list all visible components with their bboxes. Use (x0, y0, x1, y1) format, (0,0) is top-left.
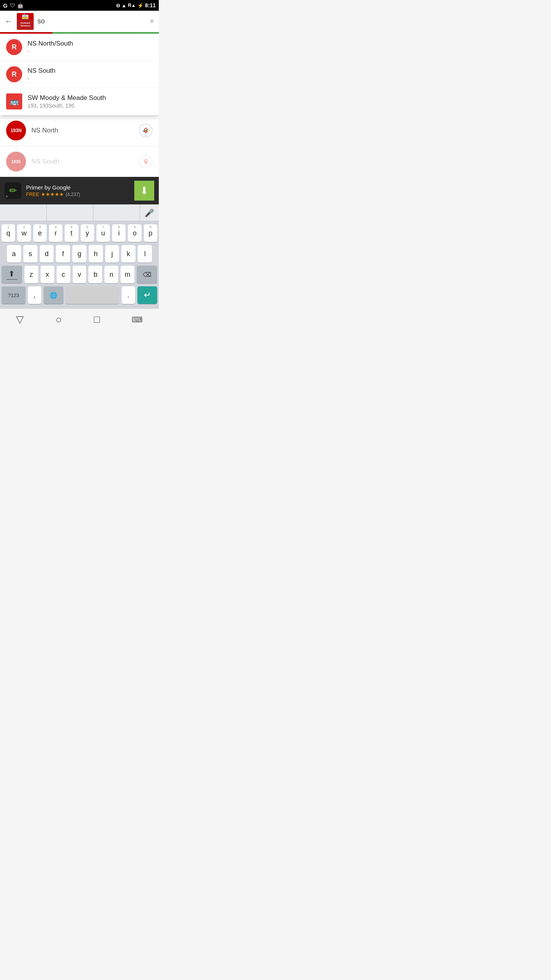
ad-stars: ★★★★★ (41, 191, 64, 197)
suggestion-2[interactable] (47, 204, 93, 221)
google-icon: G (3, 2, 8, 9)
svg-point-1 (145, 129, 147, 131)
svg-point-3 (145, 160, 147, 162)
autocomplete-text-group-1: NS North/South - (28, 40, 73, 54)
key-q[interactable]: 1q (2, 224, 15, 242)
status-left-icons: G 🛡 🤖 (3, 2, 23, 9)
key-y[interactable]: 6y (81, 224, 94, 242)
wifi-icon: ▲ (122, 3, 127, 8)
autocomplete-dropdown: R NS North/South - R NS South - 🚌 SW Moo… (0, 34, 159, 115)
maps-icon-193s (139, 155, 153, 168)
back-button[interactable]: ← (5, 16, 13, 26)
key-k[interactable]: k (121, 245, 135, 263)
keyboard-suggestions: 🎤 (0, 204, 159, 221)
key-a[interactable]: a (7, 245, 21, 263)
route-list-item-193n[interactable]: 193N NS North (0, 115, 159, 146)
download-icon: ⬇ (140, 185, 148, 197)
mic-button[interactable]: 🎤 (140, 204, 159, 221)
key-l[interactable]: l (138, 245, 152, 263)
key-t[interactable]: 5t (65, 224, 78, 242)
ad-free-label: FREE (26, 191, 39, 197)
ad-banner[interactable]: ✏ ✕ Primer by Google FREE ★★★★★ (4,237) … (0, 177, 159, 204)
delete-key[interactable]: ⌫ (137, 266, 157, 283)
status-right-icons: ⊖ ▲ R▲ ⚡ 8:11 (116, 2, 156, 8)
key-h[interactable]: h (89, 245, 103, 263)
route-list-item-193s-partial: 193S NS South (0, 146, 159, 177)
keyboard-row-1: 1q 2w 3e 4r 5t 6y 7u 8i 9o 0p (2, 224, 157, 242)
period-key[interactable]: . (122, 286, 135, 304)
key-p[interactable]: 0p (144, 224, 157, 242)
autocomplete-sub-1: - (28, 48, 73, 54)
shift-key[interactable]: ⬆ (2, 266, 22, 283)
enter-key[interactable]: ↵ (137, 286, 157, 304)
key-i[interactable]: 8i (112, 224, 126, 242)
key-e[interactable]: 3e (33, 224, 47, 242)
key-u[interactable]: 7u (96, 224, 110, 242)
ad-close-button[interactable]: ✕ (5, 194, 9, 199)
autocomplete-title-2: NS South (28, 67, 55, 75)
ad-download-button[interactable]: ⬇ (134, 181, 154, 201)
clock: 8:11 (145, 2, 156, 8)
keyboard-row-3: ⬆ z x c v b n m ⌫ (2, 266, 157, 283)
space-key[interactable] (66, 286, 119, 304)
key-n[interactable]: n (104, 266, 118, 283)
key-b[interactable]: b (88, 266, 102, 283)
key-s[interactable]: s (23, 245, 37, 263)
bus-icon: 🚌 (10, 97, 19, 106)
app-icon: 🚋 Portland Streetcar (17, 13, 34, 30)
autocomplete-item-3[interactable]: 🚌 SW Moody & Meade South 193, 193South, … (0, 88, 159, 115)
recent-apps-button[interactable]: □ (94, 314, 100, 325)
do-not-disturb-icon: ⊖ (116, 3, 120, 8)
key-f[interactable]: f (56, 245, 70, 263)
route-badge-193n: 193N (6, 121, 26, 140)
home-nav-button[interactable]: ○ (55, 314, 62, 326)
back-nav-button[interactable]: ▽ (16, 314, 24, 325)
app-icon-text: Portland Streetcar (17, 21, 34, 28)
key-w[interactable]: 2w (17, 224, 31, 242)
suggestion-3[interactable] (93, 204, 140, 221)
key-c[interactable]: c (57, 266, 70, 283)
globe-key[interactable]: 🌐 (44, 286, 64, 304)
google-maps-svg (142, 126, 150, 135)
route-badge-193s: 193S (6, 152, 26, 172)
autocomplete-sub-3: 193, 193South, 195 (28, 103, 106, 109)
ad-title: Primer by Google (26, 184, 130, 191)
google-maps-svg-2 (142, 157, 150, 166)
ad-app-icon: ✏ ✕ (5, 182, 21, 199)
num-sym-key[interactable]: ?123 (2, 286, 26, 304)
status-bar: G 🛡 🤖 ⊖ ▲ R▲ ⚡ 8:11 (0, 0, 159, 11)
nav-bar: ▽ ○ □ ⌨ (0, 309, 159, 330)
ad-rating-row: FREE ★★★★★ (4,237) (26, 191, 130, 198)
ad-text-group: Primer by Google FREE ★★★★★ (4,237) (26, 184, 130, 198)
key-j[interactable]: j (105, 245, 119, 263)
suggestion-1[interactable] (0, 204, 47, 221)
clear-search-button[interactable]: × (150, 17, 154, 26)
comma-key[interactable]: , (28, 286, 41, 304)
autocomplete-sub-2: - (28, 75, 55, 82)
key-g[interactable]: g (72, 245, 86, 263)
key-m[interactable]: m (121, 266, 134, 283)
keyboard-toggle-button[interactable]: ⌨ (132, 315, 143, 324)
key-z[interactable]: z (24, 266, 38, 283)
ad-review-count: (4,237) (66, 192, 80, 197)
signal-icon: R▲ (128, 3, 136, 8)
autocomplete-title-3: SW Moody & Meade South (28, 94, 106, 102)
primer-icon: ✏ (9, 185, 17, 196)
autocomplete-title-1: NS North/South (28, 40, 73, 47)
key-d[interactable]: d (40, 245, 54, 263)
key-o[interactable]: 9o (128, 224, 141, 242)
keyboard: 🎤 1q 2w 3e 4r 5t 6y 7u 8i 9o 0p a s d f … (0, 204, 159, 309)
shield-icon: 🛡 (10, 3, 15, 8)
route-icon-ns-northsouth: R (6, 39, 22, 55)
autocomplete-item-1[interactable]: R NS North/South - (0, 34, 159, 61)
key-v[interactable]: v (73, 266, 86, 283)
keyboard-rows: 1q 2w 3e 4r 5t 6y 7u 8i 9o 0p a s d f g … (0, 221, 159, 309)
search-input[interactable] (37, 17, 146, 25)
key-x[interactable]: x (41, 266, 54, 283)
route-name-193n: NS North (31, 127, 134, 134)
route-name-193s: NS South (31, 158, 134, 165)
autocomplete-item-2[interactable]: R NS South - (0, 61, 159, 88)
keyboard-row-2: a s d f g h j k l (2, 245, 157, 263)
maps-icon-193n[interactable] (139, 124, 153, 137)
key-r[interactable]: 4r (49, 224, 62, 242)
